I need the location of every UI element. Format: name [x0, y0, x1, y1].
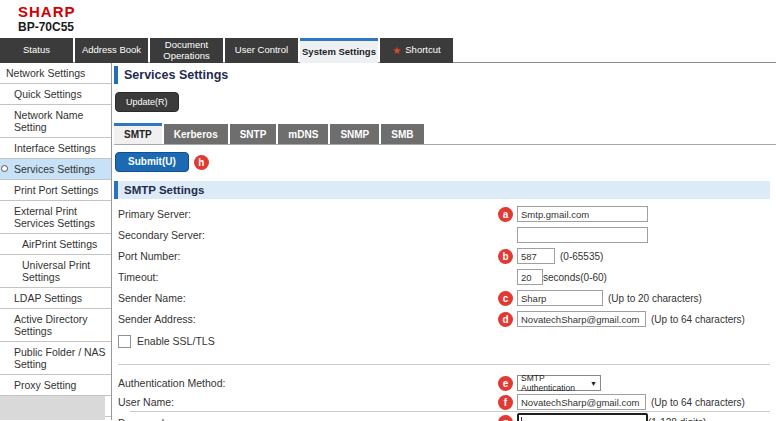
user-name-label: User Name:: [114, 396, 498, 408]
tab-label: System Settings: [302, 47, 376, 57]
text-cursor: [521, 417, 522, 421]
primary-server-input[interactable]: [517, 206, 648, 222]
port-number-label: Port Number:: [114, 250, 498, 262]
sender-address-hint: (Up to 64 characters): [651, 314, 745, 325]
subtab-smb[interactable]: SMB: [381, 124, 423, 144]
tab-label: Status: [23, 45, 50, 55]
port-number-input[interactable]: [517, 248, 555, 264]
tab-label: Document Operations: [150, 40, 223, 61]
tab-shortcut[interactable]: ★ Shortcut: [380, 38, 453, 63]
submit-button[interactable]: Submit(U): [115, 152, 189, 172]
device-model: BP-70C55: [18, 20, 776, 35]
secondary-server-input[interactable]: [517, 227, 648, 243]
sidebar-item-active-directory-settings[interactable]: Active Directory Settings: [0, 309, 111, 342]
sidebar-item-airprint-settings[interactable]: AirPrint Settings: [0, 234, 111, 255]
sidebar-item-public-folder-nas-setting[interactable]: Public Folder / NAS Setting: [0, 342, 111, 375]
password-row: Password: g (1-128 digits): [114, 412, 776, 421]
smtp-form: Primary Server: a Secondary Server: Port…: [114, 204, 776, 421]
password-hint: (1-128 digits): [648, 417, 706, 421]
sidebar-scrollbar[interactable]: [0, 396, 105, 420]
selected-indicator-icon: [1, 165, 8, 172]
sender-name-row: Sender Name: c (Up to 20 characters): [114, 288, 776, 308]
chevron-down-icon: ▼: [590, 380, 597, 387]
primary-server-row: Primary Server: a: [114, 204, 776, 224]
auth-method-label: Authentication Method:: [114, 377, 498, 389]
user-name-row: User Name: f (Up to 64 characters): [114, 393, 776, 411]
subtab-mdns[interactable]: mDNS: [278, 124, 328, 144]
sidebar-item-ldap-settings[interactable]: LDAP Settings: [0, 288, 111, 309]
tab-label: Address Book: [82, 45, 141, 55]
subtab-kerberos[interactable]: Kerberos: [164, 124, 228, 144]
auth-method-row: Authentication Method: e SMTP Authentica…: [114, 374, 776, 392]
service-subtabs: SMTP Kerberos SNTP mDNS SNMP SMB: [114, 123, 776, 145]
primary-server-label: Primary Server:: [114, 208, 498, 220]
secondary-server-label: Secondary Server:: [114, 229, 498, 241]
update-button[interactable]: Update(R): [115, 92, 179, 112]
sidebar-item-universal-print-settings[interactable]: Universal Print Settings: [0, 255, 111, 288]
secondary-server-row: Secondary Server:: [114, 225, 776, 245]
timeout-row: Timeout: seconds(0-60): [114, 267, 776, 287]
annotation-marker-c: c: [498, 291, 513, 306]
sender-address-input[interactable]: [517, 311, 646, 327]
auth-method-value: SMTP Authentication: [521, 373, 590, 393]
annotation-marker-e: e: [498, 376, 513, 391]
sidebar-item-external-print-services[interactable]: External Print Services Settings: [0, 201, 111, 234]
password-input[interactable]: [517, 413, 648, 421]
sender-name-hint: (Up to 20 characters): [608, 293, 702, 304]
section-divider: [118, 364, 770, 365]
main-nav: Status Address Book Document Operations …: [0, 38, 776, 63]
header: SHARP BP-70C55: [0, 0, 776, 38]
subtab-smtp[interactable]: SMTP: [114, 123, 162, 144]
annotation-marker-g: g: [498, 415, 513, 421]
subtab-snmp[interactable]: SNMP: [330, 124, 379, 144]
annotation-marker-f: f: [498, 395, 513, 410]
tab-label: User Control: [235, 45, 288, 55]
enable-ssl-label: Enable SSL/TLS: [137, 335, 215, 347]
enable-ssl-checkbox[interactable]: [118, 335, 131, 348]
page: SHARP BP-70C55 Status Address Book Docum…: [0, 0, 776, 421]
tab-label: Shortcut: [405, 45, 440, 55]
tab-system-settings[interactable]: System Settings: [300, 38, 378, 63]
annotation-marker-a: a: [498, 207, 513, 222]
sidebar-item-network-name-setting[interactable]: Network Name Setting: [0, 105, 111, 138]
password-label: Password:: [114, 417, 498, 421]
sidebar-item-quick-settings[interactable]: Quick Settings: [0, 84, 111, 105]
sidebar-item-proxy-setting[interactable]: Proxy Setting: [0, 375, 111, 396]
port-number-row: Port Number: b (0-65535): [114, 246, 776, 266]
sender-name-input[interactable]: [517, 290, 603, 306]
sidebar-item-interface-settings[interactable]: Interface Settings: [0, 138, 111, 159]
timeout-input[interactable]: [517, 269, 543, 285]
star-icon: ★: [392, 45, 401, 56]
bottom-divider: [130, 411, 770, 412]
enable-ssl-row: Enable SSL/TLS: [114, 331, 776, 351]
sharp-logo: SHARP: [18, 4, 776, 20]
user-name-input[interactable]: [517, 394, 646, 410]
timeout-label: Timeout:: [114, 271, 498, 283]
sidebar-item-label: Services Settings: [14, 163, 95, 175]
page-title: Services Settings: [114, 66, 776, 84]
auth-method-select[interactable]: SMTP Authentication ▼: [517, 375, 601, 391]
user-name-hint: (Up to 64 characters): [651, 397, 745, 408]
section-title: SMTP Settings: [114, 181, 770, 199]
sender-address-row: Sender Address: d (Up to 64 characters): [114, 309, 776, 329]
tab-status[interactable]: Status: [0, 38, 73, 63]
tab-address-book[interactable]: Address Book: [75, 38, 148, 63]
subtab-sntp[interactable]: SNTP: [230, 124, 277, 144]
sidebar: Network Settings Quick Settings Network …: [0, 63, 112, 420]
annotation-marker-d: d: [498, 312, 513, 327]
tab-document-operations[interactable]: Document Operations: [150, 38, 223, 63]
timeout-hint: seconds(0-60): [543, 272, 607, 283]
annotation-marker-b: b: [498, 249, 513, 264]
sidebar-item-network-settings[interactable]: Network Settings: [0, 63, 111, 84]
port-number-hint: (0-65535): [560, 251, 603, 262]
sidebar-item-print-port-settings[interactable]: Print Port Settings: [0, 180, 111, 201]
sidebar-item-services-settings[interactable]: Services Settings: [0, 159, 111, 180]
main-panel: Services Settings Update(R) SMTP Kerbero…: [112, 63, 776, 420]
annotation-marker-h: h: [194, 155, 209, 170]
sender-address-label: Sender Address:: [114, 313, 498, 325]
sender-name-label: Sender Name:: [114, 292, 498, 304]
tab-user-control[interactable]: User Control: [225, 38, 298, 63]
